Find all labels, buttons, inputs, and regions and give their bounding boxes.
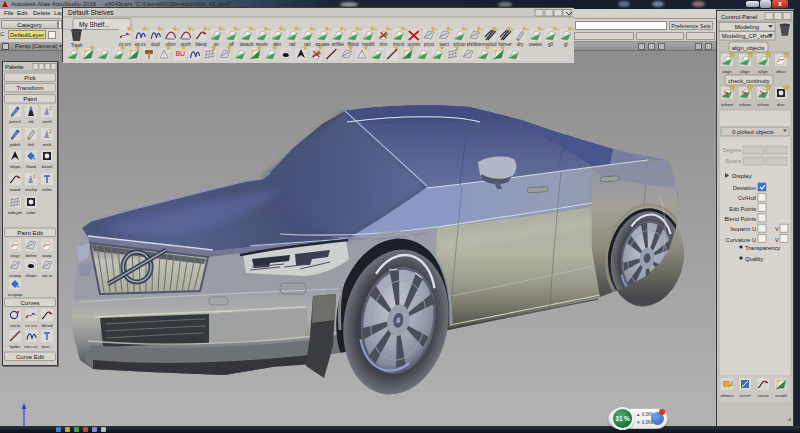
svg-text:strch: strch	[181, 42, 191, 47]
svg-text:sfsldron: sfsldron	[467, 42, 484, 47]
svg-text:V: V	[775, 237, 779, 243]
svg-text:check_continuity: check_continuity	[728, 78, 770, 84]
svg-text:untrim: untrim	[407, 42, 420, 47]
svg-text:kptbv: kptbv	[10, 344, 21, 349]
svg-text:Cv/Hull: Cv/Hull	[738, 195, 756, 201]
svg-text:Transparency: Transparency	[745, 245, 780, 251]
svg-text:gl: gl	[564, 42, 568, 47]
svg-text:circle: circle	[10, 323, 21, 328]
svg-text:bvool: bvool	[42, 164, 53, 169]
svg-text:Curve Edit: Curve Edit	[16, 354, 44, 360]
svg-text:Modeling: Modeling	[735, 24, 759, 30]
svg-text:blend: blend	[42, 323, 53, 328]
svg-text:Deviation: Deviation	[733, 185, 756, 191]
svg-text:Blend Points: Blend Points	[725, 216, 757, 222]
svg-text:nw css: nw css	[24, 344, 38, 349]
svg-text:square: square	[316, 42, 330, 47]
svg-text:scrsrf: scrsrf	[740, 393, 752, 398]
svg-text:g0: g0	[548, 42, 554, 47]
svg-text:xforv: xforv	[166, 42, 177, 47]
svg-text:mdsym: mdsym	[8, 210, 22, 215]
svg-text:srfcon: srfcon	[721, 102, 734, 107]
svg-text:pidsft: pidsft	[10, 142, 21, 147]
svg-text:text...: text...	[42, 344, 53, 349]
svg-text:trncvt: trncvt	[393, 42, 405, 47]
svg-text:Display: Display	[732, 173, 752, 179]
svg-text:off: off	[229, 42, 235, 47]
svg-text:srfcon: srfcon	[757, 102, 770, 107]
svg-text:wand: wand	[10, 187, 21, 192]
svg-text:detach: detach	[240, 42, 254, 47]
svg-text:xfrmcv: xfrmcv	[721, 393, 735, 398]
svg-text:ffblnd: ffblnd	[347, 42, 359, 47]
svg-text:xlayr: xlayr	[10, 253, 20, 258]
svg-text:ersft: ersft	[43, 142, 52, 147]
svg-text:txtlm: txtlm	[42, 187, 52, 192]
svg-text:Control Panel: Control Panel	[721, 14, 757, 20]
svg-text:Quality: Quality	[745, 256, 763, 262]
svg-text:trim: trim	[380, 42, 388, 47]
svg-text:srfcon: srfcon	[453, 42, 466, 47]
svg-text:pencil: pencil	[9, 119, 20, 124]
svg-text:on: on	[214, 42, 220, 47]
svg-text:Curvature U: Curvature U	[726, 237, 756, 243]
svg-text:Paint: Paint	[23, 96, 37, 102]
svg-text:Modeling_CP_shelf: Modeling_CP_shelf	[722, 33, 773, 39]
svg-text:Edit Points: Edit Points	[729, 206, 756, 212]
svg-text:align: align	[740, 69, 750, 74]
svg-text:color: color	[26, 210, 36, 215]
svg-text:align_objects: align_objects	[732, 45, 765, 51]
svg-text:ink: ink	[28, 119, 34, 124]
svg-text:shrpn: shrpn	[26, 273, 38, 278]
svg-text:Paint Edit: Paint Edit	[17, 230, 43, 236]
svg-text:felt: felt	[28, 142, 35, 147]
svg-text:horver: horver	[498, 42, 511, 47]
svg-text:Palette: Palette	[5, 64, 24, 70]
svg-text:align: align	[722, 69, 732, 74]
svg-text:dfsst: dfsst	[776, 69, 786, 74]
svg-text:V: V	[775, 226, 779, 232]
svg-text:srfillet: srfillet	[332, 42, 345, 47]
svg-text:airsft: airsft	[42, 119, 52, 124]
svg-text:muticd: muticd	[483, 42, 497, 47]
svg-text:nw in: nw in	[42, 273, 53, 278]
svg-text:isect: isect	[439, 42, 449, 47]
svg-text:warp: warp	[42, 253, 52, 258]
svg-text:Isoparm U: Isoparm U	[730, 226, 756, 232]
svg-text:dry: dry	[517, 42, 524, 47]
svg-text:BU: BU	[175, 50, 185, 57]
svg-text:Degree: Degree	[723, 147, 741, 153]
svg-text:shrpn: shrpn	[10, 164, 22, 169]
svg-text:usetex: usetex	[529, 42, 543, 47]
svg-text:Default Shelves: Default Shelves	[68, 9, 114, 16]
svg-text:xsedit: xsedit	[775, 393, 787, 398]
svg-text:defrm: defrm	[25, 253, 37, 258]
svg-text:ep cv: ep cv	[135, 42, 147, 47]
svg-text:My Shelf...: My Shelf...	[79, 21, 110, 29]
svg-text:0 picked objects: 0 picked objects	[732, 129, 774, 135]
svg-text:dupl: dupl	[151, 42, 160, 47]
svg-text:flood: flood	[26, 164, 36, 169]
svg-text:disc: disc	[777, 102, 786, 107]
svg-text:skin: skin	[273, 42, 282, 47]
svg-text:pryct: pryct	[424, 42, 435, 47]
svg-text:rail: rail	[289, 42, 295, 47]
svg-text:asepap: asepap	[8, 292, 23, 297]
svg-text:cv crv: cv crv	[25, 323, 37, 328]
svg-text:modift: modift	[362, 42, 375, 47]
svg-text:Curves: Curves	[20, 300, 39, 306]
svg-text:cv crv: cv crv	[119, 42, 132, 47]
svg-text:srfcon: srfcon	[739, 102, 752, 107]
svg-text:Spans: Spans	[725, 158, 741, 164]
svg-text:align: align	[758, 69, 768, 74]
svg-text:Transform: Transform	[16, 85, 43, 91]
svg-text:cnanp: cnanp	[9, 273, 22, 278]
svg-text:blend: blend	[195, 42, 207, 47]
svg-text:curva: curva	[758, 393, 769, 398]
svg-text:imshp: imshp	[25, 187, 37, 192]
svg-text:revolv: revolv	[256, 42, 269, 47]
svg-text:Pick: Pick	[24, 75, 36, 81]
